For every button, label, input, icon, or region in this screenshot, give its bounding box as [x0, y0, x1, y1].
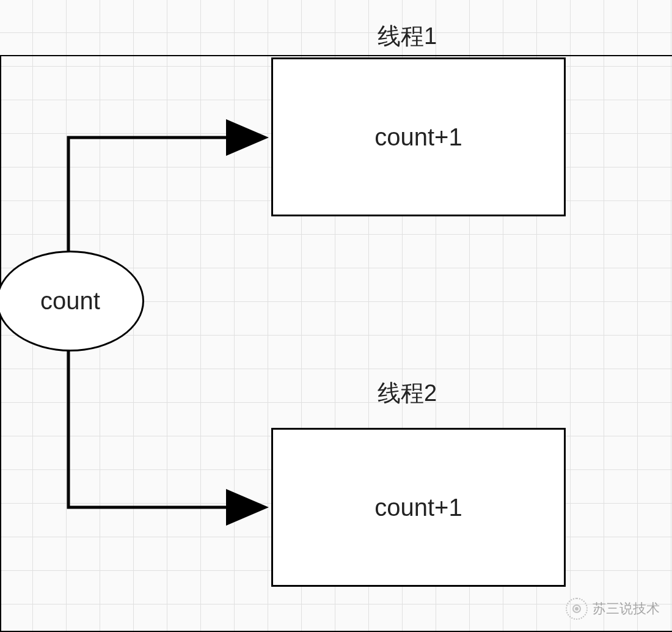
watermark: 苏三说技术 [566, 598, 660, 620]
thread1-box-label: count+1 [374, 123, 462, 151]
thread1-box: count+1 [271, 57, 566, 216]
watermark-text: 苏三说技术 [593, 600, 660, 618]
count-node-label: count [40, 287, 100, 315]
thread2-title: 线程2 [378, 378, 437, 409]
count-node: count [0, 251, 144, 351]
thread2-box-label: count+1 [374, 494, 462, 521]
thread2-box: count+1 [271, 428, 566, 587]
thread1-title: 线程1 [378, 21, 437, 52]
wechat-icon [566, 598, 588, 620]
